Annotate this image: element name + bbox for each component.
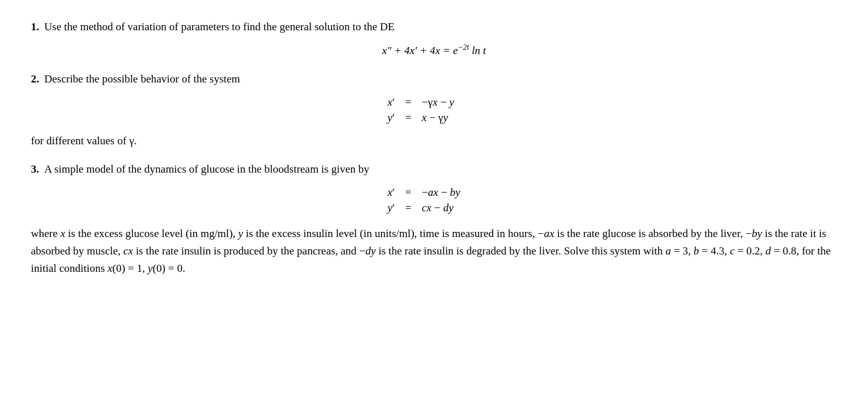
problem-1: 1. Use the method of variation of parame…	[31, 21, 837, 57]
problem-3-rhs-2: cx − dy	[418, 200, 495, 216]
problem-2-equation-table: x′ = −γx − y y′ = x − γy	[373, 95, 495, 126]
problem-3-intro: A simple model of the dynamics of glucos…	[44, 163, 370, 176]
problem-3-equation-table: x′ = −ax − by y′ = cx − dy	[373, 185, 495, 216]
problem-2: 2. Describe the possible behavior of the…	[31, 73, 837, 148]
problem-1-intro: Use the method of variation of parameter…	[44, 21, 395, 33]
problem-2-rhs-2: x − γy	[418, 110, 495, 126]
problem-2-number: 2.	[31, 73, 39, 86]
problem-1-equation-text: x″ + 4x′ + 4x = e−2t ln t	[382, 43, 486, 57]
problem-2-eqsign-2: =	[399, 110, 418, 126]
problem-2-eq-row-2: y′ = x − γy	[373, 110, 495, 126]
problem-3-rhs-1: −ax − by	[418, 185, 495, 200]
problem-2-eq-row-1: x′ = −γx − y	[373, 95, 495, 110]
problem-3-system: x′ = −ax − by y′ = cx − dy	[31, 185, 837, 216]
problem-2-lhs-2: y′	[373, 110, 399, 126]
problem-3-eqsign-1: =	[399, 185, 418, 200]
problem-3-lhs-2: y′	[373, 200, 399, 216]
problem-2-lhs-1: x′	[373, 95, 399, 110]
problem-3-number: 3.	[31, 163, 39, 176]
problem-3-lhs-1: x′	[373, 185, 399, 200]
problem-3-paragraph: where x is the excess glucose level (in …	[31, 225, 837, 278]
problem-3-eq-row-1: x′ = −ax − by	[373, 185, 495, 200]
problem-3: 3. A simple model of the dynamics of glu…	[31, 163, 837, 278]
problem-1-number: 1.	[31, 21, 39, 33]
problem-2-system: x′ = −γx − y y′ = x − γy	[31, 95, 837, 126]
problem-3-eqsign-2: =	[399, 200, 418, 216]
problem-1-equation: x″ + 4x′ + 4x = e−2t ln t	[31, 43, 837, 57]
problem-2-continuation: for different values of γ.	[31, 135, 837, 148]
problem-2-intro: Describe the possible behavior of the sy…	[44, 73, 240, 86]
problem-3-eq-row-2: y′ = cx − dy	[373, 200, 495, 216]
problem-2-eqsign-1: =	[399, 95, 418, 110]
problem-2-rhs-1: −γx − y	[418, 95, 495, 110]
